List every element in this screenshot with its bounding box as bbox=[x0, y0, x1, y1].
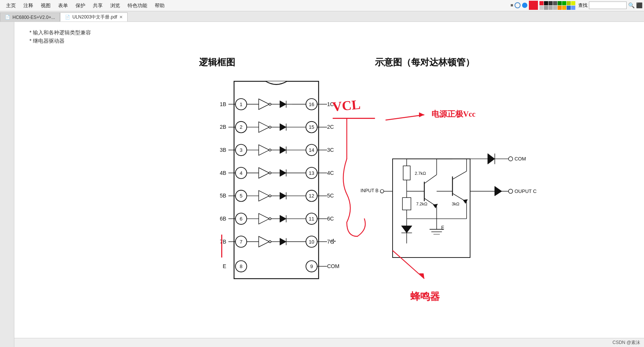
search-label: 查找 bbox=[578, 2, 587, 9]
content-area: * 输入和各种逻辑类型兼容 * 继电器驱动器 逻辑框图 示意图（每对达林顿管） … bbox=[0, 22, 644, 347]
swatch-cell-6[interactable] bbox=[567, 1, 571, 5]
menu-help[interactable]: 帮助 bbox=[152, 2, 168, 10]
color-red-swatch[interactable] bbox=[529, 1, 538, 10]
color-palette[interactable] bbox=[539, 1, 575, 10]
svg-text:5B: 5B bbox=[220, 193, 226, 199]
dot-icon bbox=[511, 4, 513, 6]
tab-uln2003[interactable]: 📄 ULN2003中文手册.pdf ✕ bbox=[60, 12, 128, 22]
swatch-cell-14[interactable] bbox=[567, 6, 571, 10]
tab-icon-uln2003: 📄 bbox=[65, 15, 70, 20]
svg-point-161 bbox=[508, 189, 513, 193]
circle-tool-icon[interactable] bbox=[515, 2, 521, 8]
svg-point-79 bbox=[269, 172, 271, 174]
svg-text:7B: 7B bbox=[220, 239, 226, 245]
circuit-diagram: 逻辑框图 示意图（每对达林顿管） 1 2 3 4 bbox=[29, 46, 629, 310]
svg-text:4: 4 bbox=[240, 170, 242, 176]
svg-text:11: 11 bbox=[309, 216, 314, 222]
tab-bar: 📄 HC6800-ES+V2.0+... 📄 ULN2003中文手册.pdf ✕ bbox=[0, 11, 644, 22]
svg-text:8: 8 bbox=[240, 264, 242, 269]
swatch-cell-5[interactable] bbox=[562, 1, 566, 5]
swatch-cell-15[interactable] bbox=[571, 6, 575, 10]
svg-text:7: 7 bbox=[240, 239, 242, 245]
search-icon[interactable]: 🔍 bbox=[628, 2, 635, 8]
svg-text:9: 9 bbox=[310, 264, 313, 269]
svg-marker-171 bbox=[419, 112, 424, 117]
svg-marker-174 bbox=[419, 273, 424, 279]
menu-feature[interactable]: 特色功能 bbox=[125, 2, 150, 10]
svg-text:4B: 4B bbox=[220, 170, 226, 176]
svg-text:2C: 2C bbox=[327, 124, 334, 130]
swatch-cell-4[interactable] bbox=[558, 1, 562, 5]
svg-point-54 bbox=[269, 103, 271, 105]
svg-text:4C: 4C bbox=[327, 170, 334, 176]
svg-text:1: 1 bbox=[240, 102, 242, 107]
swatch-cell-12[interactable] bbox=[558, 6, 562, 10]
svg-text:E: E bbox=[441, 225, 444, 230]
author-label: CSDN @素沫 bbox=[612, 339, 640, 346]
svg-text:电源正极Vcc: 电源正极Vcc bbox=[431, 109, 476, 118]
svg-text:INPUT B: INPUT B bbox=[361, 188, 379, 193]
menu-browse[interactable]: 浏览 bbox=[107, 2, 123, 10]
svg-text:2.7kΩ: 2.7kΩ bbox=[415, 171, 426, 176]
svg-text:14: 14 bbox=[309, 147, 314, 153]
svg-line-170 bbox=[385, 115, 424, 120]
expand-icon[interactable]: ⬛ bbox=[636, 2, 642, 8]
tab-close-button[interactable]: ✕ bbox=[119, 15, 123, 20]
pdf-area: * 输入和各种逻辑类型兼容 * 继电器驱动器 逻辑框图 示意图（每对达林顿管） … bbox=[14, 22, 644, 347]
svg-text:OUPUT C: OUPUT C bbox=[515, 188, 536, 194]
left-sidebar bbox=[0, 22, 14, 347]
fill-circle-icon[interactable] bbox=[522, 3, 527, 8]
svg-text:2: 2 bbox=[240, 124, 242, 130]
swatch-cell-7[interactable] bbox=[571, 1, 575, 5]
svg-point-95 bbox=[269, 218, 271, 220]
swatch-cell-3[interactable] bbox=[553, 1, 557, 5]
swatch-cell-9[interactable] bbox=[544, 6, 548, 10]
svg-text:逻辑框图: 逻辑框图 bbox=[199, 57, 235, 67]
swatch-cell-10[interactable] bbox=[548, 6, 553, 10]
swatch-cell-8[interactable] bbox=[539, 6, 544, 10]
bullet-2: * 继电器驱动器 bbox=[29, 38, 629, 45]
svg-text:5: 5 bbox=[240, 193, 242, 199]
diagram-container: 逻辑框图 示意图（每对达林顿管） 1 2 3 4 bbox=[29, 46, 629, 310]
svg-text:蜂鸣器: 蜂鸣器 bbox=[410, 291, 440, 302]
swatch-cell-0[interactable] bbox=[539, 1, 544, 5]
svg-point-156 bbox=[508, 157, 513, 161]
svg-rect-121 bbox=[403, 166, 410, 180]
tab-icon-hc6800: 📄 bbox=[5, 15, 10, 20]
menu-home[interactable]: 主页 bbox=[3, 2, 19, 10]
swatch-cell-1[interactable] bbox=[544, 1, 548, 5]
svg-text:2B: 2B bbox=[220, 124, 226, 130]
svg-text:3kΩ: 3kΩ bbox=[452, 202, 459, 206]
svg-rect-133 bbox=[402, 197, 411, 210]
tab-label-hc6800: HC6800-ES+V2.0+... bbox=[12, 15, 55, 20]
svg-point-71 bbox=[269, 149, 271, 151]
bottom-bar: CSDN @素沫 bbox=[14, 338, 644, 347]
swatch-cell-11[interactable] bbox=[553, 6, 557, 10]
menu-share[interactable]: 共享 bbox=[90, 2, 106, 10]
svg-text:COM: COM bbox=[515, 156, 526, 162]
menu-protect[interactable]: 保护 bbox=[72, 2, 88, 10]
tab-hc6800[interactable]: 📄 HC6800-ES+V2.0+... bbox=[0, 12, 60, 22]
svg-text:3C: 3C bbox=[327, 147, 334, 153]
svg-text:3B: 3B bbox=[220, 147, 226, 153]
svg-text:VCL: VCL bbox=[332, 97, 361, 114]
bullet-1: * 输入和各种逻辑类型兼容 bbox=[29, 29, 629, 36]
svg-marker-159 bbox=[495, 186, 502, 196]
svg-point-63 bbox=[269, 126, 271, 128]
svg-text:示意图（每对达林顿管）: 示意图（每对达林顿管） bbox=[375, 57, 475, 67]
menu-form[interactable]: 表单 bbox=[55, 2, 71, 10]
swatch-cell-2[interactable] bbox=[548, 1, 553, 5]
svg-marker-153 bbox=[488, 154, 495, 164]
menu-bar: 主页 注释 视图 表单 保护 共享 浏览 特色功能 帮助 查找 🔍 ⬛ bbox=[0, 0, 644, 11]
swatch-cell-13[interactable] bbox=[562, 6, 566, 10]
menu-view[interactable]: 视图 bbox=[38, 2, 54, 10]
svg-text:7.2kΩ: 7.2kΩ bbox=[416, 202, 428, 206]
svg-text:E: E bbox=[223, 263, 226, 269]
svg-text:6: 6 bbox=[240, 216, 242, 222]
menu-annotate[interactable]: 注释 bbox=[20, 2, 36, 10]
svg-text:16: 16 bbox=[309, 102, 314, 107]
svg-text:3: 3 bbox=[240, 147, 242, 153]
svg-text:✛: ✛ bbox=[331, 238, 336, 245]
svg-rect-2 bbox=[234, 81, 319, 279]
search-input[interactable] bbox=[589, 2, 627, 9]
